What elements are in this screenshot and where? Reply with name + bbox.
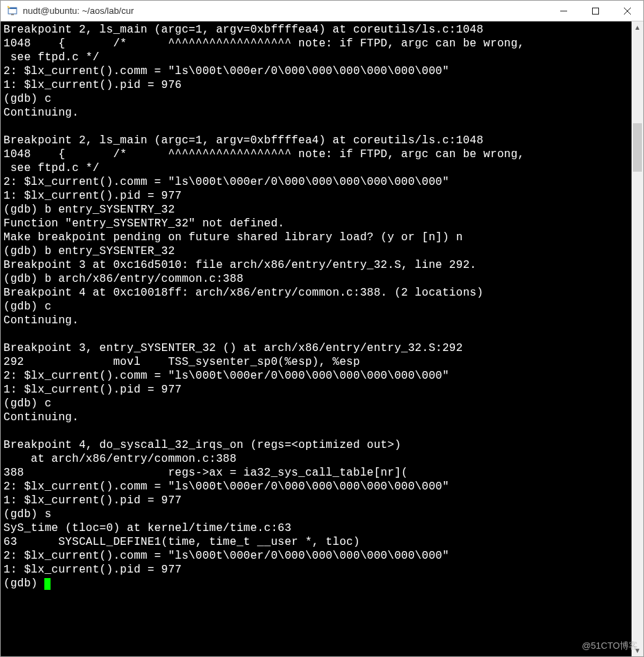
minimize-button[interactable] — [548, 1, 580, 21]
svg-rect-2 — [11, 14, 14, 15]
maximize-button[interactable] — [580, 1, 611, 21]
terminal-area: Breakpoint 2, ls_main (argc=1, argv=0xbf… — [1, 21, 643, 656]
putty-icon — [6, 5, 19, 17]
scroll-track[interactable] — [632, 33, 643, 645]
terminal-cursor — [44, 578, 51, 590]
app-window: nudt@ubuntu: ~/aos/lab/cur Breakpoint 2,… — [0, 0, 644, 657]
scroll-down-icon[interactable]: ▼ — [632, 645, 643, 656]
scrollbar[interactable]: ▲ ▼ — [632, 21, 643, 656]
svg-rect-4 — [593, 8, 599, 14]
titlebar[interactable]: nudt@ubuntu: ~/aos/lab/cur — [1, 1, 643, 21]
close-button[interactable] — [611, 1, 643, 21]
scroll-up-icon[interactable]: ▲ — [632, 21, 643, 33]
window-title: nudt@ubuntu: ~/aos/lab/cur — [23, 6, 134, 16]
scroll-thumb[interactable] — [633, 123, 642, 172]
terminal-output[interactable]: Breakpoint 2, ls_main (argc=1, argv=0xbf… — [1, 21, 632, 656]
